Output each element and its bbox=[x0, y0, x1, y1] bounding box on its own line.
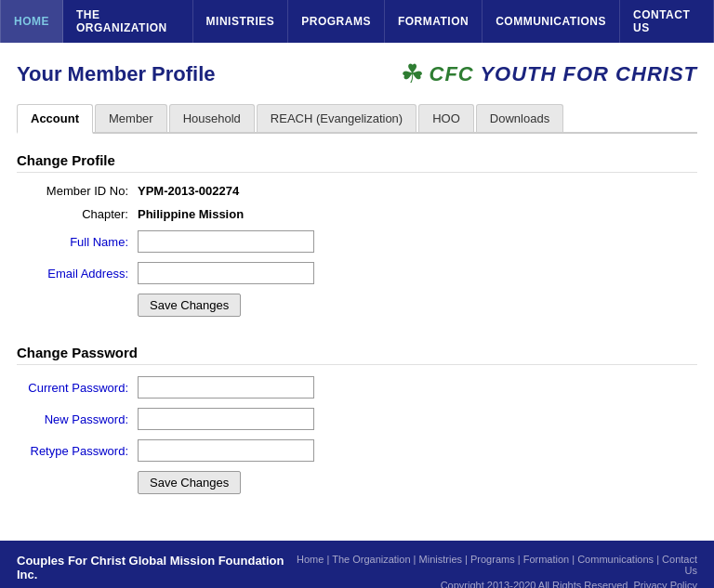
chapter-label: Chapter: bbox=[17, 207, 138, 221]
full-name-label: Full Name: bbox=[17, 235, 138, 249]
tab-bar: Account Member Household REACH (Evangeli… bbox=[17, 104, 697, 134]
footer-link-formation[interactable]: Formation bbox=[523, 554, 570, 565]
footer-copyright: Copyright 2013-2020 All Rights Reserved … bbox=[289, 580, 697, 588]
retype-password-input[interactable] bbox=[138, 439, 314, 462]
chapter-row: Chapter: Philippine Mission bbox=[17, 207, 697, 221]
new-password-input[interactable] bbox=[138, 408, 314, 430]
privacy-policy-link[interactable]: Privacy Policy bbox=[634, 580, 697, 588]
profile-save-row: Save Changes bbox=[17, 294, 697, 317]
tab-downloads[interactable]: Downloads bbox=[476, 104, 563, 132]
retype-password-row: Retype Password: bbox=[17, 439, 697, 462]
logo-text: CFC YOUTH FOR CHRIST bbox=[430, 62, 698, 86]
main-content: Your Member Profile ☘ CFC YOUTH FOR CHRI… bbox=[0, 43, 714, 541]
footer-link-home[interactable]: Home bbox=[297, 554, 324, 565]
footer-link-programs[interactable]: Programs bbox=[470, 554, 515, 565]
footer-link-org[interactable]: The Organization bbox=[332, 554, 410, 565]
main-nav: HOME THE ORGANIZATION MINISTRIES PROGRAM… bbox=[0, 0, 714, 43]
full-name-row: Full Name: bbox=[17, 230, 697, 253]
tab-household[interactable]: Household bbox=[169, 104, 255, 132]
tab-member[interactable]: Member bbox=[95, 104, 167, 132]
nav-organization[interactable]: THE ORGANIZATION bbox=[63, 0, 193, 43]
footer-nav-links: Home | The Organization | Ministries | P… bbox=[289, 554, 697, 576]
nav-contact[interactable]: CONTACT US bbox=[620, 0, 714, 43]
current-password-label: Current Password: bbox=[17, 381, 138, 395]
nav-programs[interactable]: PROGRAMS bbox=[288, 0, 385, 43]
nav-ministries[interactable]: MINISTRIES bbox=[193, 0, 289, 43]
member-id-value: YPM-2013-002274 bbox=[138, 184, 239, 198]
password-save-row: Save Changes bbox=[17, 471, 697, 494]
current-password-input[interactable] bbox=[138, 376, 314, 399]
page-header: Your Member Profile ☘ CFC YOUTH FOR CHRI… bbox=[17, 61, 697, 87]
password-save-button[interactable]: Save Changes bbox=[138, 471, 241, 494]
footer-link-ministries[interactable]: Ministries bbox=[419, 554, 462, 565]
change-password-section: Change Password Current Password: New Pa… bbox=[17, 345, 697, 494]
new-password-row: New Password: bbox=[17, 408, 697, 430]
nav-home[interactable]: HOME bbox=[0, 0, 63, 43]
footer-org-name: Couples For Christ Global Mission Founda… bbox=[17, 554, 289, 581]
change-profile-section: Change Profile Member ID No: YPM-2013-00… bbox=[17, 152, 697, 317]
retype-password-label: Retype Password: bbox=[17, 444, 138, 458]
email-label: Email Address: bbox=[17, 267, 138, 281]
footer-link-contact[interactable]: Contact Us bbox=[662, 554, 697, 576]
logo-icon: ☘ bbox=[401, 61, 424, 87]
tab-account[interactable]: Account bbox=[17, 104, 93, 134]
member-id-row: Member ID No: YPM-2013-002274 bbox=[17, 184, 697, 198]
new-password-label: New Password: bbox=[17, 412, 138, 426]
footer-left: Couples For Christ Global Mission Founda… bbox=[17, 554, 289, 588]
profile-save-button[interactable]: Save Changes bbox=[138, 294, 241, 317]
chapter-value: Philippine Mission bbox=[138, 207, 244, 221]
full-name-input[interactable] bbox=[138, 230, 314, 253]
current-password-row: Current Password: bbox=[17, 376, 697, 399]
email-row: Email Address: bbox=[17, 262, 697, 284]
tab-hoo[interactable]: HOO bbox=[418, 104, 474, 132]
footer-link-communications[interactable]: Communications bbox=[577, 554, 654, 565]
page-title: Your Member Profile bbox=[17, 62, 216, 86]
nav-formation[interactable]: FORMATION bbox=[385, 0, 483, 43]
email-input[interactable] bbox=[138, 262, 314, 284]
nav-communications[interactable]: COMMUNICATIONS bbox=[483, 0, 620, 43]
change-profile-title: Change Profile bbox=[17, 152, 697, 173]
footer-right: Home | The Organization | Ministries | P… bbox=[289, 554, 697, 588]
footer: Couples For Christ Global Mission Founda… bbox=[0, 541, 714, 588]
change-password-title: Change Password bbox=[17, 345, 697, 365]
tab-reach[interactable]: REACH (Evangelization) bbox=[257, 104, 416, 132]
logo-area: ☘ CFC YOUTH FOR CHRIST bbox=[401, 61, 698, 87]
member-id-label: Member ID No: bbox=[17, 184, 138, 198]
